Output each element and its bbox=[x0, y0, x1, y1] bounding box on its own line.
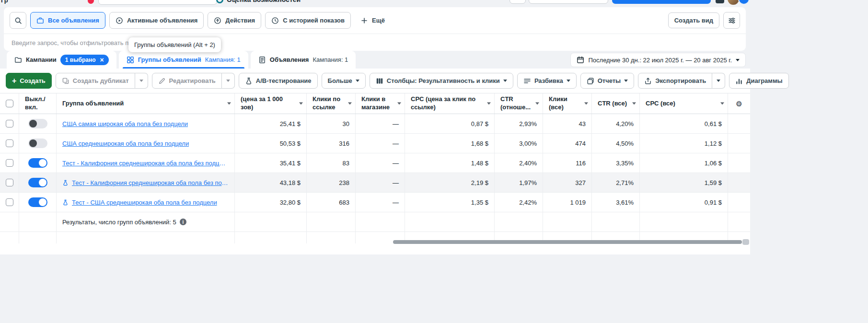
adset-name-link[interactable]: США среднеширокая оба пола без подцели bbox=[62, 140, 189, 147]
tab-campaigns-label: Кампании bbox=[26, 56, 57, 63]
col-header-cpm[interactable]: (цена за 1 000 зов) bbox=[235, 93, 307, 114]
horizontal-scrollbar[interactable] bbox=[0, 239, 750, 245]
row-select-cell bbox=[0, 193, 19, 212]
topbar-icon-button[interactable] bbox=[509, 0, 526, 4]
cpc_link-cell: 0,87 $ bbox=[405, 114, 495, 133]
opportunity-score[interactable]: Оценка возможностей bbox=[216, 0, 301, 3]
sliders-icon bbox=[728, 17, 736, 24]
toggle-knob bbox=[39, 179, 46, 186]
col-header-cpc-link[interactable]: CPC (цена за клик по ссылке) bbox=[405, 93, 495, 114]
caret-down-icon[interactable] bbox=[584, 103, 588, 105]
ab-test-button[interactable]: A/B-тестирование bbox=[239, 73, 318, 89]
cpc_link-cell: 1,68 $ bbox=[405, 134, 495, 153]
edit-dropdown-button[interactable] bbox=[222, 73, 235, 89]
caret-down-icon[interactable] bbox=[299, 103, 303, 105]
toggle-knob bbox=[29, 120, 37, 127]
col-header-ctr[interactable]: CTR (отноше... bbox=[495, 93, 543, 114]
shop_clicks-value: — bbox=[393, 199, 399, 206]
clicks_all-value: 474 bbox=[575, 140, 586, 147]
caret-down-icon bbox=[624, 80, 628, 82]
adset-name-link[interactable]: Тест - США среднеширокая оба пола без по… bbox=[72, 199, 217, 206]
main-panel: Создать Создать дубликат Редактировать A… bbox=[0, 69, 750, 254]
pencil-icon bbox=[158, 77, 166, 85]
ctr_all-value: 4,20% bbox=[616, 120, 634, 127]
filter-chip-more[interactable]: Ещё bbox=[355, 12, 391, 29]
col-label: Клики по ссылке bbox=[312, 95, 347, 112]
scrollbar-thumb[interactable] bbox=[393, 240, 742, 244]
select-all-checkbox[interactable] bbox=[6, 100, 13, 107]
account-selector[interactable]: то valid (10:00 ПТ 42 Ч0О bbox=[98, 0, 217, 5]
export-button[interactable]: Экспортировать bbox=[638, 73, 712, 89]
adset-status-toggle[interactable] bbox=[28, 138, 47, 148]
adset-name-link[interactable]: Тест - Калифорния среднеширокая оба пола… bbox=[62, 160, 229, 167]
caret-down-icon[interactable] bbox=[632, 103, 636, 105]
filter-chip-all-ads[interactable]: Все объявления bbox=[30, 12, 105, 29]
filter-chip-had-delivery[interactable]: С историей показов bbox=[265, 12, 351, 29]
row-checkbox[interactable] bbox=[6, 120, 13, 127]
cpc_link-value: 1,48 $ bbox=[471, 160, 488, 167]
adset-name-link[interactable]: Тест - Калифорния среднеширокая оба пола… bbox=[72, 179, 229, 186]
filter-settings-button[interactable] bbox=[723, 12, 740, 29]
col-header-name[interactable]: Группа объявлений bbox=[57, 93, 235, 114]
action-arrow-icon bbox=[214, 17, 221, 24]
info-icon[interactable] bbox=[180, 219, 186, 225]
create-button[interactable]: Создать bbox=[6, 73, 52, 89]
cpc_link-value: 2,19 $ bbox=[471, 179, 488, 186]
charts-button[interactable]: Диаграммы bbox=[729, 73, 788, 89]
columns-button[interactable]: Столбцы: Результативность и клики bbox=[370, 73, 513, 89]
filter-chip-actions[interactable]: Действия bbox=[208, 12, 261, 29]
scrollbar-corner[interactable] bbox=[742, 239, 749, 245]
edit-button[interactable]: Редактировать bbox=[152, 73, 222, 89]
duplicate-dropdown-button[interactable] bbox=[135, 73, 148, 89]
adset-status-toggle[interactable] bbox=[28, 119, 47, 128]
adset-name-link[interactable]: США самая широкая оба пола без подцели bbox=[62, 120, 188, 127]
chip-label: Ещё bbox=[372, 17, 385, 24]
create-view-button[interactable]: Создать вид bbox=[668, 12, 719, 28]
link_clicks-cell: 683 bbox=[307, 193, 356, 212]
adset-status-toggle[interactable] bbox=[28, 158, 47, 168]
caret-down-icon[interactable] bbox=[535, 103, 539, 105]
caret-down-icon[interactable] bbox=[397, 103, 401, 105]
shop_clicks-cell: — bbox=[356, 153, 405, 173]
footer-cell bbox=[495, 212, 543, 231]
caret-down-icon[interactable] bbox=[487, 103, 491, 105]
row-checkbox[interactable] bbox=[6, 159, 13, 167]
export-dropdown-button[interactable] bbox=[712, 73, 725, 89]
tab-adsets[interactable]: Группы объявлений Кампания: 1 bbox=[119, 51, 248, 69]
row-toggle-cell bbox=[19, 193, 57, 212]
tab-campaigns[interactable]: Кампании 1 выбрано × bbox=[7, 51, 116, 69]
col-header-link-clicks[interactable]: Клики по ссылке bbox=[307, 93, 356, 114]
caret-down-icon[interactable] bbox=[348, 103, 352, 105]
breakdown-button[interactable]: Разбивка bbox=[517, 73, 577, 89]
col-header-cpc-all[interactable]: CPC (все) bbox=[640, 93, 728, 114]
adset-status-toggle[interactable] bbox=[28, 197, 47, 207]
caret-down-icon[interactable] bbox=[720, 103, 724, 105]
clear-selection-button[interactable]: × bbox=[100, 57, 104, 63]
filter-chip-active-ads[interactable]: Активные объявления bbox=[109, 12, 204, 29]
col-header-shop-clicks[interactable]: Клики в магазине bbox=[356, 93, 405, 114]
topbar-dark-icon[interactable] bbox=[716, 0, 724, 3]
tab-ads[interactable]: Объявления Кампания: 1 bbox=[251, 51, 356, 69]
row-checkbox[interactable] bbox=[6, 139, 13, 147]
search-button[interactable] bbox=[10, 12, 26, 29]
col-header-ctr-all[interactable]: CTR (все) bbox=[592, 93, 640, 114]
adset-status-toggle[interactable] bbox=[28, 178, 47, 187]
caret-down-icon[interactable] bbox=[227, 103, 231, 105]
chip-label: Активные объявления bbox=[127, 17, 197, 24]
avatar[interactable] bbox=[728, 0, 739, 5]
col-header-clicks-all[interactable]: Клики (все) bbox=[543, 93, 592, 114]
row-checkbox[interactable] bbox=[6, 179, 13, 186]
clicks_all-value: 116 bbox=[576, 160, 586, 167]
col-label: Выкл./ вкл. bbox=[25, 95, 46, 112]
date-range-picker[interactable]: Последние 30 дн.: 22 июл 2025 г. — 20 ав… bbox=[570, 53, 746, 67]
more-label: Больше bbox=[328, 77, 352, 84]
duplicate-button[interactable]: Создать дубликат bbox=[56, 73, 135, 89]
topbar-primary-button[interactable] bbox=[612, 0, 711, 4]
avatar-business[interactable] bbox=[738, 0, 750, 5]
topbar-dropdown[interactable] bbox=[529, 0, 608, 4]
row-checkbox[interactable] bbox=[6, 198, 13, 206]
col-header-settings[interactable] bbox=[728, 93, 750, 114]
filter-search-input[interactable] bbox=[11, 39, 739, 47]
more-button[interactable]: Больше bbox=[322, 73, 366, 89]
reports-button[interactable]: Отчеты bbox=[580, 73, 635, 89]
